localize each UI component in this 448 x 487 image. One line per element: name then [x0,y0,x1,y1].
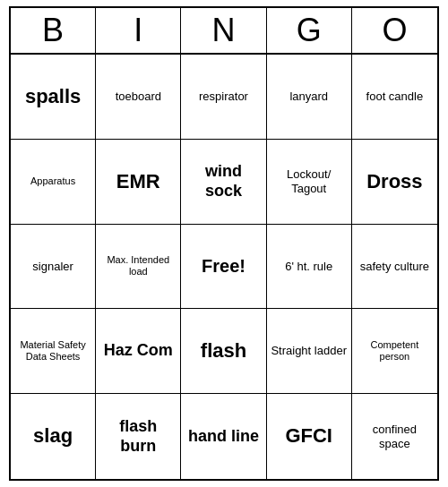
bingo-cell: Material Safety Data Sheets [11,309,96,394]
header-letter: N [181,8,266,53]
bingo-cell: Lockout/ Tagout [267,140,352,225]
bingo-cell: respirator [181,55,266,140]
bingo-cell: slag [11,394,96,479]
bingo-cell: Max. Intended load [96,225,181,310]
bingo-cell: Free! [181,225,266,310]
header-letter: B [11,8,96,53]
bingo-cell: spalls [11,55,96,140]
bingo-header: BINGO [11,8,437,55]
bingo-cell: lanyard [267,55,352,140]
bingo-cell: Dross [352,140,437,225]
bingo-cell: GFCI [267,394,352,479]
bingo-cell: signaler [11,225,96,310]
bingo-cell: hand line [181,394,266,479]
bingo-cell: toeboard [96,55,181,140]
bingo-cell: flash [181,309,266,394]
bingo-cell: safety culture [352,225,437,310]
bingo-cell: Haz Com [96,309,181,394]
bingo-cell: Apparatus [11,140,96,225]
bingo-cell: EMR [96,140,181,225]
bingo-grid: spallstoeboardrespiratorlanyardfoot cand… [11,55,437,479]
bingo-cell: flash burn [96,394,181,479]
bingo-cell: confined space [352,394,437,479]
header-letter: G [267,8,352,53]
bingo-card: BINGO spallstoeboardrespiratorlanyardfoo… [9,6,439,481]
bingo-cell: Straight ladder [267,309,352,394]
bingo-cell: 6' ht. rule [267,225,352,310]
bingo-cell: foot candle [352,55,437,140]
header-letter: O [352,8,437,53]
bingo-cell: Competent person [352,309,437,394]
bingo-cell: wind sock [181,140,266,225]
header-letter: I [96,8,181,53]
